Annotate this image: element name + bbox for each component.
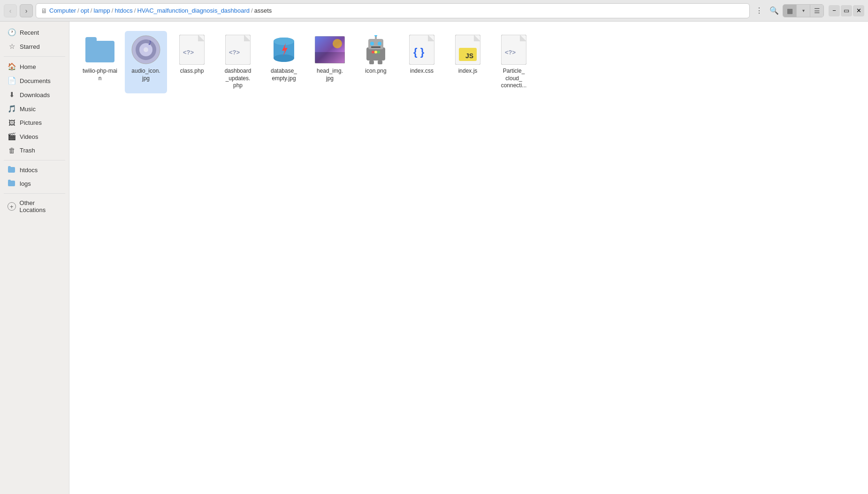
file-icon-head-img-jpg bbox=[315, 35, 345, 65]
file-item-twilio-php-main[interactable]: twilio-php-main bbox=[79, 31, 121, 93]
breadcrumb-sep-4: / bbox=[134, 7, 136, 14]
main-layout: 🕐 Recent ☆ Starred 🏠 Home 📄 Documents ⬇ … bbox=[0, 22, 868, 494]
restore-button[interactable]: ▭ bbox=[841, 5, 852, 16]
svg-rect-5 bbox=[85, 37, 97, 44]
svg-rect-1 bbox=[8, 166, 11, 168]
file-item-particle-cloud[interactable]: <?> Particle_cloud_connecti... bbox=[493, 31, 535, 93]
file-icon-particle-cloud: <?> bbox=[499, 35, 529, 65]
sidebar: 🕐 Recent ☆ Starred 🏠 Home 📄 Documents ⬇ … bbox=[0, 22, 69, 494]
file-icon-icon-png bbox=[361, 35, 391, 65]
file-item-database-empty-jpg[interactable]: database_empty.jpg bbox=[263, 31, 305, 93]
sidebar-label-starred: Starred bbox=[20, 43, 40, 50]
svg-rect-4 bbox=[85, 41, 114, 62]
file-icon-index-css: { } bbox=[407, 35, 437, 65]
svg-text:JS: JS bbox=[465, 52, 473, 60]
forward-button[interactable]: › bbox=[20, 4, 33, 17]
file-label-index-js: index.js bbox=[458, 68, 478, 75]
file-label-dashboard-updates-php: dashboard_updates.php bbox=[225, 68, 251, 90]
logs-icon bbox=[8, 180, 16, 188]
trash-icon: 🗑 bbox=[8, 146, 16, 154]
videos-icon: 🎬 bbox=[8, 132, 16, 141]
sidebar-item-videos[interactable]: 🎬 Videos bbox=[2, 129, 67, 144]
search-button[interactable]: 🔍 bbox=[768, 4, 781, 17]
sidebar-label-logs: logs bbox=[20, 180, 31, 187]
sidebar-label-pictures: Pictures bbox=[20, 119, 42, 126]
breadcrumb-lampp[interactable]: lampp bbox=[93, 7, 110, 14]
file-label-icon-png: icon.png bbox=[365, 68, 386, 75]
sidebar-item-pictures[interactable]: 🖼 Pictures bbox=[2, 116, 67, 129]
sidebar-item-htdocs[interactable]: htdocs bbox=[2, 163, 67, 177]
sidebar-item-starred[interactable]: ☆ Starred bbox=[2, 39, 67, 53]
grid-view-button[interactable]: ▦ bbox=[783, 5, 796, 17]
list-view-button[interactable]: ☰ bbox=[810, 5, 823, 17]
svg-point-38 bbox=[377, 51, 380, 53]
file-icon-dashboard-updates-php: <?> bbox=[223, 35, 253, 65]
file-item-icon-png[interactable]: icon.png bbox=[355, 31, 397, 93]
file-icon-class-php: <?> bbox=[177, 35, 207, 65]
file-icon-twilio-php-main bbox=[85, 35, 115, 65]
downloads-icon: ⬇ bbox=[8, 91, 16, 99]
breadcrumb-assets[interactable]: assets bbox=[254, 7, 272, 14]
sidebar-item-downloads[interactable]: ⬇ Downloads bbox=[2, 88, 67, 102]
sidebar-label-other-locations: Other Locations bbox=[20, 199, 61, 213]
file-icon-index-js: JS bbox=[453, 35, 483, 65]
file-label-index-css: index.css bbox=[410, 68, 434, 75]
svg-point-37 bbox=[374, 51, 377, 53]
sidebar-item-logs[interactable]: logs bbox=[2, 177, 67, 190]
titlebar: ‹ › 🖥 Computer / opt / lampp / htdocs / … bbox=[0, 0, 868, 22]
sidebar-label-downloads: Downloads bbox=[20, 91, 50, 99]
computer-icon: 🖥 bbox=[41, 7, 47, 15]
sidebar-divider-3 bbox=[4, 193, 65, 194]
svg-rect-31 bbox=[371, 46, 381, 48]
sidebar-label-trash: Trash bbox=[20, 147, 35, 154]
sidebar-item-other-locations[interactable]: + Other Locations bbox=[2, 197, 67, 216]
music-icon: 🎵 bbox=[8, 105, 16, 113]
more-options-button[interactable]: ⋮ bbox=[753, 4, 766, 17]
starred-icon: ☆ bbox=[8, 42, 16, 51]
other-locations-icon: + bbox=[8, 202, 16, 211]
svg-point-29 bbox=[370, 42, 374, 46]
svg-text:<?>: <?> bbox=[183, 49, 194, 56]
view-dropdown-button[interactable]: ▾ bbox=[797, 5, 810, 17]
file-item-index-js[interactable]: JS index.js bbox=[447, 31, 489, 93]
close-button[interactable]: ✕ bbox=[853, 5, 864, 16]
file-item-index-css[interactable]: { } index.css bbox=[401, 31, 443, 93]
file-item-dashboard-updates-php[interactable]: <?> dashboard_updates.php bbox=[217, 31, 259, 93]
minimize-button[interactable]: − bbox=[829, 5, 840, 16]
sidebar-label-documents: Documents bbox=[20, 77, 51, 84]
svg-rect-27 bbox=[366, 47, 385, 61]
sidebar-item-recent[interactable]: 🕐 Recent bbox=[2, 25, 67, 39]
file-label-particle-cloud: Particle_cloud_connecti... bbox=[501, 68, 527, 90]
svg-point-33 bbox=[374, 35, 377, 37]
breadcrumb-bar: 🖥 Computer / opt / lampp / htdocs / HVAC… bbox=[36, 3, 750, 18]
file-item-head-img-jpg[interactable]: head_img.jpg bbox=[309, 31, 351, 93]
home-icon: 🏠 bbox=[8, 62, 16, 71]
file-label-head-img-jpg: head_img.jpg bbox=[317, 68, 343, 82]
svg-rect-3 bbox=[8, 180, 11, 182]
breadcrumb-htdocs[interactable]: htdocs bbox=[114, 7, 132, 14]
sidebar-item-music[interactable]: 🎵 Music bbox=[2, 102, 67, 116]
sidebar-item-documents[interactable]: 📄 Documents bbox=[2, 74, 67, 88]
file-icon-database-empty-jpg bbox=[269, 35, 299, 65]
sidebar-item-home[interactable]: 🏠 Home bbox=[2, 60, 67, 74]
window-controls: − ▭ ✕ bbox=[829, 5, 864, 16]
file-label-audio-icon-jpg: audio_icon.jpg bbox=[131, 68, 160, 82]
file-item-audio-icon-jpg[interactable]: ♪ audio_icon.jpg bbox=[125, 31, 167, 93]
view-switcher: ▦ ▾ ☰ bbox=[783, 4, 824, 17]
breadcrumb-hvac[interactable]: HVAC_malfunction_diagnosis_dashboard bbox=[137, 7, 250, 14]
sidebar-divider-2 bbox=[4, 160, 65, 160]
breadcrumb-sep-3: / bbox=[112, 7, 114, 14]
back-button[interactable]: ‹ bbox=[4, 4, 17, 17]
file-item-class-php[interactable]: <?> class.php bbox=[171, 31, 213, 93]
sidebar-divider-1 bbox=[4, 56, 65, 57]
svg-text:{ }: { } bbox=[413, 46, 425, 58]
sidebar-label-music: Music bbox=[20, 106, 36, 113]
sidebar-label-home: Home bbox=[20, 63, 36, 70]
svg-point-26 bbox=[333, 39, 342, 48]
breadcrumb-computer[interactable]: Computer bbox=[49, 7, 76, 14]
svg-point-30 bbox=[378, 42, 381, 46]
svg-text:<?>: <?> bbox=[505, 49, 516, 56]
breadcrumb-sep-5: / bbox=[251, 7, 253, 14]
sidebar-item-trash[interactable]: 🗑 Trash bbox=[2, 144, 67, 157]
breadcrumb-opt[interactable]: opt bbox=[81, 7, 89, 14]
